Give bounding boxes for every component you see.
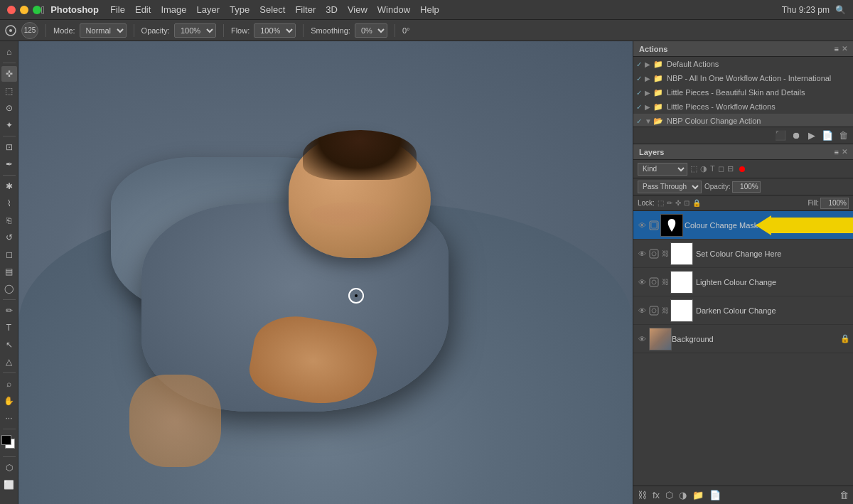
more-tools[interactable]: ··· (1, 410, 17, 426)
layer-row-colour-change-mask[interactable]: 👁 Colour Change Mask (633, 211, 853, 240)
type-filter-icon[interactable]: T (710, 164, 715, 173)
record-button[interactable]: ⏺ (790, 130, 802, 141)
flow-select[interactable]: 100% (254, 23, 296, 38)
stamp-tool[interactable]: ⎗ (1, 213, 17, 228)
lock-artboard-icon[interactable]: ⊡ (684, 199, 690, 207)
blend-mode-select[interactable]: Pass Through (638, 181, 702, 193)
menu-file[interactable]: File (110, 4, 125, 15)
menu-image[interactable]: Image (161, 4, 186, 15)
menu-help[interactable]: Help (420, 4, 439, 15)
crop-tool[interactable]: ⊡ (1, 139, 17, 155)
action-item-little-pieces-skin[interactable]: ✓ ▶ 📁 Little Pieces - Beautiful Skin and… (633, 85, 853, 100)
spot-heal-tool[interactable]: ✱ (1, 178, 17, 194)
new-action-button[interactable]: 📄 (822, 130, 833, 141)
action-expand-3[interactable]: ▶ (645, 89, 653, 97)
quick-mask-tool[interactable]: ⬡ (1, 460, 17, 476)
shape-filter-icon[interactable]: ◻ (718, 164, 724, 173)
menu-layer[interactable]: Layer (197, 4, 220, 15)
window-controls[interactable] (7, 6, 41, 14)
lasso-tool[interactable]: ⊙ (1, 100, 17, 116)
action-item-nbp-colour[interactable]: ✓ ▼ 📂 NBP Colour Change Action (633, 114, 853, 127)
lock-pixels-icon[interactable]: ⬚ (658, 199, 664, 207)
lock-all-icon[interactable]: 🔒 (692, 199, 701, 207)
color-swatches[interactable] (1, 435, 17, 451)
lock-move-icon[interactable]: ✜ (675, 199, 681, 207)
lock-draw-icon[interactable]: ✏ (667, 199, 672, 207)
pen-tool[interactable]: ✏ (1, 303, 17, 318)
actions-panel-icons[interactable]: ≡ ✕ (835, 45, 847, 53)
action-expand-2[interactable]: ▶ (645, 75, 653, 82)
fx-button[interactable]: fx (653, 490, 660, 500)
menu-view[interactable]: View (348, 4, 368, 15)
smoothing-select[interactable]: 0% (355, 23, 387, 38)
menu-window[interactable]: Window (377, 4, 410, 15)
marquee-tool[interactable]: ⬚ (1, 83, 17, 99)
layer-row-darken[interactable]: 👁 ⛓ Darken Colour Change (633, 296, 853, 325)
mode-select[interactable]: Normal (80, 23, 127, 38)
menu-filter[interactable]: Filter (295, 4, 316, 15)
action-item-default[interactable]: ✓ ▶ 📁 Default Actions (633, 57, 853, 71)
hand-tool[interactable]: ✋ (1, 393, 17, 409)
menu-select[interactable]: Select (259, 4, 285, 15)
gradient-tool[interactable]: ▤ (1, 264, 17, 279)
play-button[interactable]: ▶ (806, 130, 817, 141)
layers-menu-icon[interactable]: ≡ (835, 148, 839, 156)
close-button[interactable] (7, 6, 16, 14)
path-select-tool[interactable]: ↖ (1, 337, 17, 353)
delete-action-button[interactable]: 🗑 (837, 130, 849, 141)
type-tool[interactable]: T (1, 320, 17, 336)
layer-eye-2[interactable]: 👁 (636, 248, 648, 259)
minimize-button[interactable] (20, 6, 28, 14)
zoom-tool[interactable]: ⌕ (1, 376, 17, 392)
maximize-button[interactable] (33, 6, 41, 14)
layer-eye-5[interactable]: 👁 (636, 333, 648, 345)
new-layer-button[interactable]: 📄 (709, 490, 721, 500)
screen-mode-tool[interactable]: ⬜ (1, 477, 17, 493)
pixel-filter-icon[interactable]: ⬚ (690, 164, 697, 173)
home-tool[interactable]: ⌂ (1, 44, 17, 60)
shape-tool[interactable]: △ (1, 354, 17, 370)
smart-filter-icon[interactable]: ⊟ (727, 164, 734, 173)
opacity-input[interactable] (732, 181, 761, 193)
layer-eye-1[interactable]: 👁 (636, 220, 648, 231)
new-group-button[interactable]: 📁 (692, 490, 704, 500)
search-icon[interactable]: 🔍 (835, 5, 846, 15)
action-item-little-pieces-workflow[interactable]: ✓ ▶ 📁 Little Pieces - Workflow Actions (633, 100, 853, 114)
move-tool[interactable]: ✜ (1, 66, 17, 82)
dodge-tool[interactable]: ◯ (1, 281, 17, 296)
layers-close-icon[interactable]: ✕ (842, 148, 847, 156)
history-brush-tool[interactable]: ↺ (1, 230, 17, 245)
action-expand-4[interactable]: ▶ (645, 103, 653, 111)
link-layers-button[interactable]: ⛓ (638, 490, 647, 500)
adjustment-filter-icon[interactable]: ◑ (700, 164, 707, 173)
actions-menu-icon[interactable]: ≡ (835, 45, 839, 53)
menu-bar[interactable]: File Edit Image Layer Type Select Filter… (110, 4, 439, 15)
action-expand-5[interactable]: ▼ (645, 117, 653, 125)
lock-icons[interactable]: ⬚ ✏ ✜ ⊡ 🔒 (658, 199, 701, 207)
filter-kind-select[interactable]: Kind (638, 163, 687, 176)
menu-3d[interactable]: 3D (326, 4, 338, 15)
layer-row-lighten[interactable]: 👁 ⛓ Lighten Colour Change (633, 268, 853, 296)
layer-row-background[interactable]: 👁 Background 🔒 (633, 325, 853, 353)
canvas-area[interactable] (18, 41, 633, 504)
brush-tool[interactable]: ⌇ (1, 195, 17, 211)
stop-button[interactable]: ⬛ (775, 130, 786, 141)
actions-close-icon[interactable]: ✕ (842, 45, 847, 53)
menu-type[interactable]: Type (230, 4, 250, 15)
foreground-color[interactable] (1, 435, 11, 445)
action-item-nbp-workflow[interactable]: ✓ ▶ 📁 NBP - All In One Workflow Action -… (633, 71, 853, 85)
wand-tool[interactable]: ✦ (1, 117, 17, 133)
filter-icons[interactable]: ⬚ ◑ T ◻ ⊟ (690, 164, 734, 173)
adjustment-button[interactable]: ◑ (679, 490, 687, 500)
delete-layer-button[interactable]: 🗑 (839, 490, 849, 500)
menu-edit[interactable]: Edit (135, 4, 151, 15)
fill-input[interactable] (820, 198, 849, 209)
add-mask-button[interactable]: ⬡ (665, 490, 673, 500)
eyedropper-tool[interactable]: ✒ (1, 156, 17, 172)
action-expand-1[interactable]: ▶ (645, 60, 653, 68)
layer-eye-3[interactable]: 👁 (636, 277, 648, 288)
eraser-tool[interactable]: ◻ (1, 247, 17, 262)
layer-row-set-colour[interactable]: 👁 ⛓ Set Colour Change Here (633, 240, 853, 268)
opacity-select[interactable]: 100% (174, 23, 216, 38)
layer-eye-4[interactable]: 👁 (636, 305, 648, 316)
